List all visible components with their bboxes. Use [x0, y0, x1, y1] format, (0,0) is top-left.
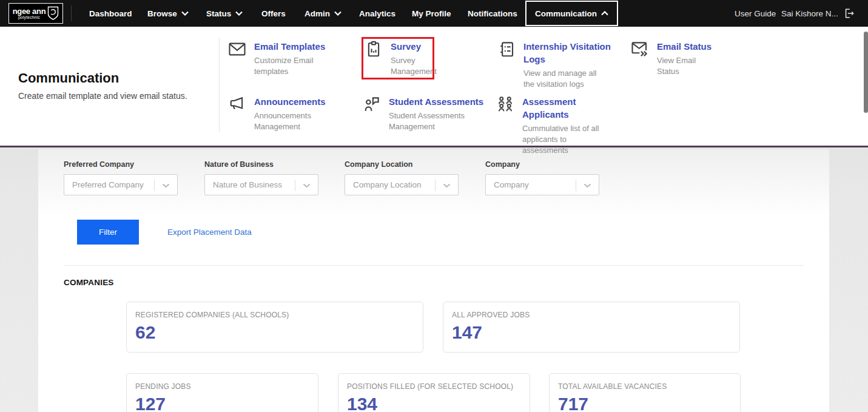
mega-menu-divider — [219, 38, 220, 132]
company-select[interactable]: Company — [485, 174, 599, 195]
stat-card-total-available-vacancies: TOTAL AVAILABLE VACANCIES 717 — [549, 373, 741, 412]
nav-item-analytics[interactable]: Analytics — [359, 0, 395, 27]
chevron-down-icon — [303, 183, 311, 188]
nav-item-notifications[interactable]: Notifications — [468, 0, 517, 27]
company-location-select[interactable]: Company Location — [345, 174, 459, 195]
stat-value: 62 — [135, 322, 414, 343]
nav-item-dashboard[interactable]: Dashboard — [89, 0, 132, 27]
nav-item-my-profile[interactable]: My Profile — [412, 0, 451, 27]
stat-card-all-approved-jobs: ALL APPROVED JOBS 147 — [443, 302, 740, 353]
app-window: ngee ann polytechnic Dashboard Browse St… — [0, 0, 868, 412]
ngee-ann-logo[interactable]: ngee ann polytechnic — [8, 3, 63, 24]
stat-value: 127 — [135, 394, 309, 412]
filter-field-nature-of-business: Nature of Business Nature of Business — [204, 160, 318, 195]
user-guide-link[interactable]: User Guide — [735, 0, 776, 27]
menu-item-assessment-applicants[interactable]: Assessment Applicants Cummulative list o… — [496, 95, 621, 156]
user-name[interactable]: Sai Kishore N... — [781, 0, 838, 27]
stat-label: POSITIONS FILLED (FOR SELECTED SCHOOL) — [347, 382, 521, 391]
export-placement-data-link[interactable]: Export Placement Data — [167, 228, 252, 237]
logo-text: ngee ann polytechnic — [13, 7, 46, 20]
mega-menu-subtitle: Create email template and view email sta… — [18, 91, 187, 101]
field-label: Preferred Company — [64, 160, 178, 169]
chevron-down-icon — [334, 11, 341, 16]
chevron-down-icon — [584, 183, 591, 188]
email-templates-icon — [228, 40, 246, 58]
field-label: Nature of Business — [204, 160, 318, 169]
vertical-scrollbar-thumb[interactable] — [864, 32, 868, 113]
stat-label: REGISTERED COMPANIES (ALL SCHOOLS) — [135, 311, 414, 319]
stat-label: PENDING JOBS — [135, 382, 309, 391]
email-status-icon — [631, 40, 649, 58]
nav-item-browse[interactable]: Browse — [147, 0, 189, 27]
filter-field-preferred-company: Preferred Company Preferred Company — [64, 160, 178, 195]
menu-item-text: Assessment Applicants Cummulative list o… — [522, 95, 621, 156]
chevron-down-icon — [162, 183, 170, 188]
menu-item-survey[interactable]: Survey Survey Management — [365, 40, 490, 77]
visitation-logs-icon — [497, 40, 516, 58]
stat-value: 147 — [452, 322, 731, 343]
communication-mega-menu: Communication Create email template and … — [0, 27, 868, 147]
stat-label: TOTAL AVAILABLE VACANCIES — [558, 382, 732, 391]
assessment-applicants-icon — [496, 95, 514, 113]
mega-menu-title: Communication — [18, 70, 119, 86]
companies-heading: COMPANIES — [64, 278, 114, 287]
menu-item-text: Internship Visitation Logs View and mana… — [523, 40, 611, 90]
chevron-up-icon — [601, 11, 608, 16]
stat-value: 717 — [558, 394, 732, 412]
menu-item-text: Email Status View Email Status — [657, 40, 712, 77]
menu-item-text: Student Assessments Student Assessments … — [389, 95, 483, 132]
stat-label: ALL APPROVED JOBS — [452, 311, 731, 319]
stat-card-positions-filled: POSITIONS FILLED (FOR SELECTED SCHOOL) 1… — [338, 373, 530, 412]
stat-value: 134 — [347, 394, 521, 412]
select-divider — [576, 180, 576, 191]
survey-icon — [365, 40, 383, 58]
menu-item-email-status[interactable]: Email Status View Email Status — [631, 40, 756, 77]
nav-item-admin[interactable]: Admin — [304, 0, 341, 27]
field-label: Company Location — [345, 160, 459, 169]
chevron-down-icon — [235, 11, 243, 16]
nature-of-business-select[interactable]: Nature of Business — [204, 174, 318, 195]
menu-item-text: Announcements Announcements Management — [254, 95, 326, 132]
student-assessments-icon — [363, 95, 381, 113]
section-divider — [64, 265, 804, 266]
preferred-company-select[interactable]: Preferred Company — [64, 174, 178, 195]
nav-divider — [71, 5, 72, 21]
menu-item-text: Email Templates Customize Email template… — [254, 40, 325, 77]
nav-item-status[interactable]: Status — [206, 0, 243, 27]
announcements-icon — [228, 95, 246, 113]
menu-item-student-assessments[interactable]: Student Assessments Student Assessments … — [363, 95, 488, 132]
shield-icon — [47, 6, 59, 21]
menu-item-announcements[interactable]: Announcements Announcements Management — [228, 95, 353, 132]
menu-item-internship-visitation-logs[interactable]: Internship Visitation Logs View and mana… — [497, 40, 622, 90]
dashboard-content: Preferred Company Preferred Company Natu… — [38, 149, 829, 412]
chevron-down-icon — [181, 11, 189, 16]
select-divider — [435, 180, 436, 191]
stat-card-pending-jobs: PENDING JOBS 127 — [126, 373, 318, 412]
filter-field-company: Company Company — [485, 160, 599, 195]
top-navbar: ngee ann polytechnic Dashboard Browse St… — [0, 0, 868, 27]
stat-card-registered-companies: REGISTERED COMPANIES (ALL SCHOOLS) 62 — [126, 302, 423, 353]
nav-item-communication[interactable]: Communication — [525, 1, 618, 26]
logout-icon[interactable] — [843, 0, 855, 27]
chevron-down-icon — [443, 183, 451, 188]
filter-button[interactable]: Filter — [77, 220, 139, 245]
nav-item-offers[interactable]: Offers — [261, 0, 286, 27]
field-label: Company — [485, 160, 599, 169]
select-divider — [154, 180, 155, 191]
menu-item-text: Survey Survey Management — [391, 40, 437, 77]
select-divider — [295, 180, 295, 191]
filter-field-company-location: Company Location Company Location — [345, 160, 459, 195]
menu-item-email-templates[interactable]: Email Templates Customize Email template… — [228, 40, 353, 77]
